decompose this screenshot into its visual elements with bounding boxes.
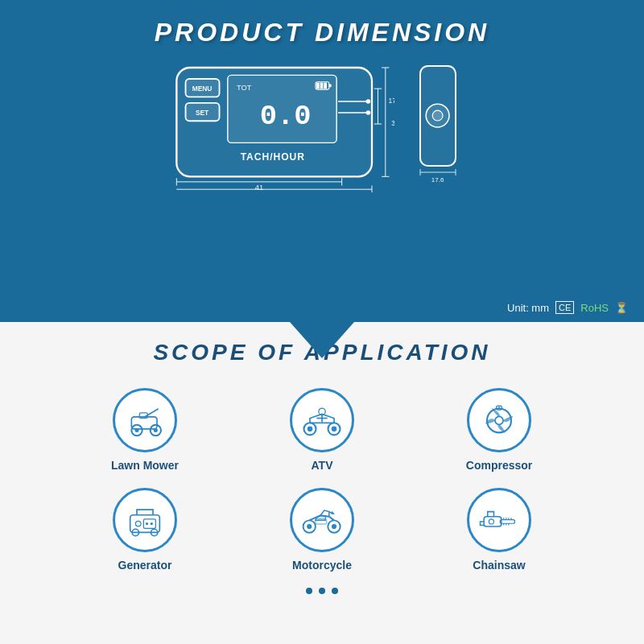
chainsaw-label: Chainsaw [473, 559, 525, 572]
ce-label: CE [555, 301, 574, 314]
svg-point-67 [307, 524, 312, 529]
svg-point-44 [135, 428, 139, 432]
generator-circle [113, 488, 177, 552]
svg-point-84 [489, 519, 493, 524]
bottom-section: SCOPE OF APPLICATION Lawn Mower [0, 322, 644, 644]
svg-text:0.0: 0.0 [260, 100, 312, 133]
svg-point-15 [366, 99, 371, 104]
timer-icon: ⏳ [615, 302, 628, 314]
dot-3[interactable] [332, 588, 338, 594]
svg-rect-8 [329, 85, 332, 88]
rohs-label: RoHS [580, 302, 609, 314]
device-front-view: MENU SET TOT 0.0 [169, 56, 394, 192]
compressor-circle [467, 388, 531, 452]
diagram-area: MENU SET TOT 0.0 [169, 56, 475, 192]
app-item-compressor: Compressor [427, 388, 572, 472]
svg-point-50 [332, 427, 337, 432]
svg-point-56 [495, 416, 503, 424]
motorcycle-circle [290, 488, 354, 552]
lawn-mower-label: Lawn Mower [111, 459, 179, 472]
app-item-motorcycle: Motorcycle [250, 488, 394, 572]
svg-rect-9 [316, 83, 320, 89]
svg-text:TOT: TOT [237, 84, 252, 92]
svg-point-49 [308, 427, 313, 432]
chainsaw-circle [467, 488, 531, 552]
svg-text:67: 67 [270, 191, 278, 192]
unit-rohs-label: Unit: mm CE RoHS ⏳ [507, 301, 628, 314]
svg-point-69 [332, 524, 336, 529]
svg-point-45 [154, 428, 158, 432]
atv-label: ATV [312, 459, 333, 472]
svg-point-35 [432, 110, 443, 121]
pagination-dots [306, 588, 338, 594]
svg-rect-74 [500, 520, 514, 524]
svg-text:TACH/HOUR: TACH/HOUR [241, 151, 305, 163]
device-side-view: 17.6 [411, 56, 475, 192]
lawn-mower-circle [113, 388, 177, 452]
app-item-atv: ATV [250, 388, 394, 472]
motorcycle-label: Motorcycle [292, 559, 352, 572]
dot-2[interactable] [319, 588, 325, 594]
svg-point-65 [151, 522, 153, 525]
svg-point-16 [366, 110, 371, 115]
svg-text:SET: SET [196, 109, 209, 117]
svg-rect-63 [143, 519, 155, 529]
svg-rect-11 [324, 83, 327, 89]
atv-circle [290, 388, 354, 452]
product-title: PRODUCT DIMENSION [155, 18, 489, 47]
svg-text:41: 41 [255, 184, 263, 192]
arrow-down [290, 322, 354, 358]
app-item-generator: Generator [72, 488, 217, 572]
generator-label: Generator [118, 559, 172, 572]
dot-1[interactable] [306, 588, 312, 594]
applications-grid: Lawn Mower [72, 388, 572, 572]
svg-point-64 [146, 522, 148, 525]
svg-rect-10 [320, 83, 324, 89]
svg-text:35: 35 [391, 119, 394, 127]
app-item-chainsaw: Chainsaw [427, 488, 572, 572]
top-section: PRODUCT DIMENSION MENU SET TOT [0, 0, 644, 322]
svg-point-62 [135, 521, 141, 526]
svg-text:MENU: MENU [192, 85, 213, 93]
svg-text:17.6: 17.6 [431, 176, 444, 184]
compressor-label: Compressor [466, 459, 532, 472]
unit-label: Unit: mm [507, 302, 549, 314]
svg-text:17: 17 [389, 97, 394, 105]
app-item-lawn-mower: Lawn Mower [72, 388, 217, 472]
svg-rect-73 [484, 517, 502, 526]
